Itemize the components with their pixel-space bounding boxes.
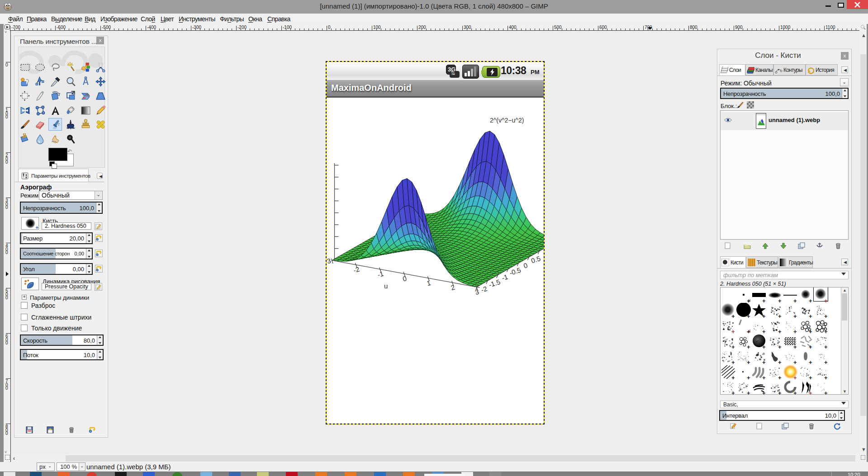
svg-text:-2: -2: [480, 285, 488, 294]
svg-text:-1: -1: [501, 273, 509, 282]
svg-text:-1: -1: [376, 269, 384, 278]
svg-text:2^(v^2−u^2): 2^(v^2−u^2): [490, 117, 524, 124]
svg-text:0.5: 0.5: [530, 254, 541, 265]
svg-text:1: 1: [426, 279, 432, 287]
svg-text:u: u: [384, 282, 388, 290]
svg-text:-2: -2: [352, 265, 360, 274]
svg-text:3: 3: [474, 287, 480, 296]
svg-text:-3: -3: [327, 257, 332, 266]
svg-text:0: 0: [522, 261, 528, 270]
svg-text:2: 2: [450, 283, 456, 292]
svg-text:0: 0: [402, 274, 408, 283]
svg-text:1: 1: [543, 250, 544, 258]
